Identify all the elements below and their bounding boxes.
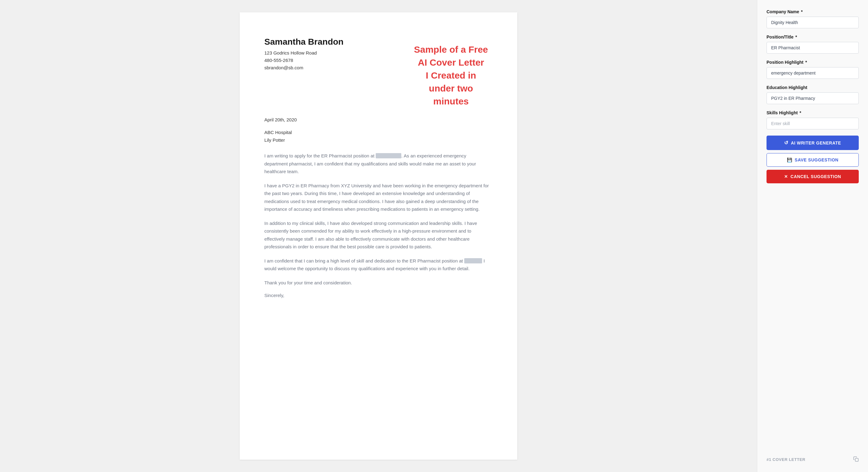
sidebar: Company Name * Position/Title * Position… [757, 0, 868, 472]
refresh-icon: ↺ [784, 140, 788, 146]
address-line1: 123 Godrics Hollow Road [265, 49, 372, 57]
company-name-group: Company Name * [767, 9, 859, 28]
save-suggestion-button[interactable]: 💾 SAVE SUGGESTION [767, 153, 859, 167]
body-paragraph-1: I am writing to apply for the ER Pharmac… [265, 152, 490, 176]
position-title-input[interactable] [767, 42, 859, 54]
ai-generate-label: AI WRITER GENERATE [791, 140, 841, 145]
save-suggestion-label: SAVE SUGGESTION [795, 158, 838, 162]
blurred-company-2 [464, 258, 482, 263]
skills-highlight-label: Skills Highlight * [767, 110, 859, 115]
sample-overlay: Sample of a Free AI Cover Letter I Creat… [412, 43, 490, 108]
skills-highlight-input[interactable] [767, 118, 859, 129]
cancel-suggestion-label: CANCEL SUGGESTION [790, 174, 841, 179]
letter-container: Samantha Brandon 123 Godrics Hollow Road… [240, 12, 517, 460]
education-highlight-input[interactable] [767, 93, 859, 104]
footer-label-row: #1 COVER LETTER [767, 456, 859, 463]
position-highlight-group: Position Highlight * [767, 60, 859, 79]
body-paragraph-3: In addition to my clinical skills, I hav… [265, 220, 490, 251]
letter-date: April 20th, 2020 [265, 117, 490, 122]
email: sbrandon@sb.com [265, 64, 372, 71]
body-thank-you: Thank you for your time and consideratio… [265, 279, 490, 287]
sample-text-line2: I Created in under two minutes [412, 69, 490, 108]
blurred-company-1 [376, 153, 401, 158]
company-name-label: Company Name * [767, 9, 859, 14]
svg-rect-0 [855, 459, 859, 462]
education-highlight-label: Education Highlight [767, 85, 859, 90]
company-name-input[interactable] [767, 16, 859, 28]
body-paragraph-4: I am confident that I can bring a high l… [265, 257, 490, 273]
letter-info-col: Samantha Brandon 123 Godrics Hollow Road… [265, 37, 372, 81]
letter-recipient-org: ABC Hospital [265, 130, 490, 135]
sample-text-line1: Sample of a Free AI Cover Letter [412, 43, 490, 69]
letter-closing: Sincerely, [265, 293, 490, 298]
position-title-label: Position/Title * [767, 34, 859, 39]
skills-highlight-group: Skills Highlight * [767, 110, 859, 129]
sample-col: Sample of a Free AI Cover Letter I Creat… [372, 37, 490, 114]
letter-recipient-name: Lily Potter [265, 137, 490, 143]
position-highlight-input[interactable] [767, 67, 859, 79]
letter-header: Samantha Brandon 123 Godrics Hollow Road… [265, 37, 372, 71]
letter-body: I am writing to apply for the ER Pharmac… [265, 152, 490, 286]
save-icon: 💾 [787, 158, 793, 162]
main-area: Samantha Brandon 123 Godrics Hollow Road… [0, 0, 757, 472]
letter-address: 123 Godrics Hollow Road 480-555-2678 sbr… [265, 49, 372, 71]
close-icon: ✕ [784, 174, 788, 179]
ai-generate-button[interactable]: ↺ AI WRITER GENERATE [767, 136, 859, 150]
copy-icon[interactable] [853, 456, 859, 463]
position-title-group: Position/Title * [767, 34, 859, 54]
phone: 480-555-2678 [265, 57, 372, 64]
education-highlight-group: Education Highlight [767, 85, 859, 104]
letter-name: Samantha Brandon [265, 37, 372, 47]
body-paragraph-2: I have a PGY2 in ER Pharmacy from XYZ Un… [265, 182, 490, 213]
cancel-suggestion-button[interactable]: ✕ CANCEL SUGGESTION [767, 170, 859, 183]
cover-letter-footer-label: #1 COVER LETTER [767, 457, 805, 462]
position-highlight-label: Position Highlight * [767, 60, 859, 65]
